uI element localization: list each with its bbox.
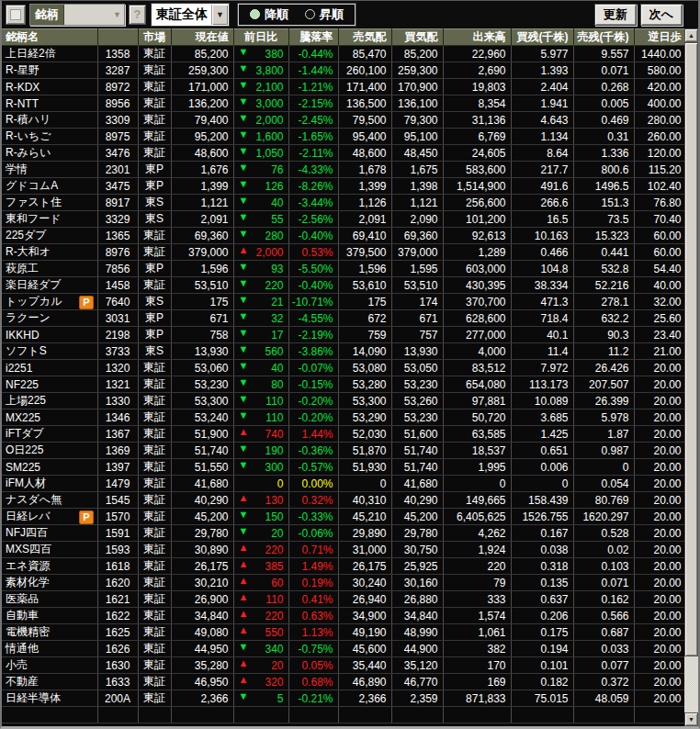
market-filter-select[interactable]: 東証全体 ▼ (152, 4, 229, 26)
table-row[interactable]: エネ資源1618東証26,175▲3851.49%26,17525,925220… (2, 558, 686, 575)
table-row[interactable]: MX2251346東証53,240▼110-0.20%53,29053,2305… (2, 409, 686, 426)
table-row[interactable]: ソフトS3733東S13,930▼560-3.86%14,09013,9304,… (2, 343, 686, 360)
table-row[interactable]: iFTダブ1367東証51,900▲7401.44%52,03051,60063… (2, 426, 686, 443)
table-row[interactable]: R-いちご8975東証95,200▼1,600-1.65%95,40095,10… (2, 129, 686, 145)
code-cell: 7640 (97, 294, 138, 310)
table-row[interactable]: R-星野3287東証259,300▼3,800-1.44%260,100259,… (2, 62, 686, 79)
vertical-scrollbar[interactable]: ▲ ▼ (684, 28, 698, 726)
table-row[interactable]: Pトップカル7640東S175▼21-10.71%175174370,70047… (2, 294, 686, 310)
price-cell: 758 (171, 327, 233, 343)
table-row[interactable]: 自動車1622東証34,840▲2200.63%34,90034,8401,57… (2, 608, 686, 624)
table-row[interactable]: グドコムA3475東P1,399▼126-8.26%1,3991,3981,51… (2, 178, 686, 195)
table-row[interactable]: 電機精密1625東証49,080▲5501.13%49,19048,9901,0… (2, 624, 686, 641)
radio-unselected-icon[interactable] (305, 9, 315, 19)
column-header[interactable]: 売残(千株) (573, 29, 634, 46)
chevron-down-icon[interactable]: ▼ (211, 5, 228, 25)
table-row[interactable]: 小売1630東証35,280▲200.05%35,44035,1201700.1… (2, 657, 686, 674)
pct-cell: -1.21% (288, 79, 338, 95)
price-cell: 53,060 (171, 360, 233, 376)
sort-ascending-option[interactable]: 昇順 (305, 6, 344, 23)
table-row[interactable]: iFM人材1479東証41,68000.00%041,680000.05420.… (2, 476, 686, 492)
table-row[interactable]: 医薬品1621東証26,900▲1100.41%26,94026,8803330… (2, 591, 686, 608)
table-row[interactable]: R-みらい3476東証48,600▼1,050-2.11%48,60048,45… (2, 145, 686, 162)
table-row[interactable]: 上場2251330東証53,300▼110-0.20%53,30053,2609… (2, 393, 686, 409)
column-header[interactable]: 現在値 (171, 29, 233, 46)
ask-cell: 45,210 (338, 509, 391, 525)
column-header[interactable]: 買残(千株) (511, 29, 573, 46)
table-row[interactable]: P日経レバ1570東証45,200▼150-0.33%45,21045,2006… (2, 509, 686, 525)
margin-buy-cell: 0.182 (511, 674, 573, 690)
next-button[interactable]: 次へ (640, 4, 683, 26)
premium-cell: 20.00 (634, 591, 686, 608)
volume-cell: 101,200 (443, 211, 511, 228)
column-header[interactable]: 市場 (138, 29, 171, 46)
table-row[interactable]: SM2251397東証51,550▼300-0.57%51,93051,7401… (2, 459, 686, 476)
chevron-down-icon[interactable]: ▼ (113, 10, 121, 19)
scrollbar-thumb[interactable] (684, 42, 698, 656)
table-row[interactable]: NFJ四百1591東証29,780▼20-0.06%29,89029,7804,… (2, 525, 686, 542)
table-row[interactable]: MXS四百1593東証30,890▲2200.71%31,00030,7501,… (2, 542, 686, 558)
toolbar-square-button[interactable] (6, 5, 26, 25)
table-row[interactable]: 楽日経ダブ1458東証53,510▼220-0.40%53,61053,5104… (2, 277, 686, 294)
table-row[interactable]: R-積ハリ3309東証79,400▼2,000-2.45%79,50079,30… (2, 112, 686, 129)
market-cell: 東証 (138, 525, 171, 542)
scroll-down-button[interactable]: ▼ (684, 712, 698, 726)
sort-descending-option[interactable]: 降順 (250, 6, 288, 23)
table-row[interactable]: ナスダへ無1545東証40,290▲1300.32%40,31040,29014… (2, 492, 686, 509)
symbol-combo[interactable]: 銘柄 ▼ (29, 4, 125, 26)
table-row[interactable]: 不動産1633東証46,950▲3200.68%46,89046,7701690… (2, 674, 686, 690)
table-row[interactable]: IKKHD2198東P758▼17-2.19%759757277,00040.1… (2, 327, 686, 343)
margin-buy-cell: 0 (511, 476, 573, 492)
change-cell: ▼21 (233, 294, 288, 310)
bid-cell: 26,880 (391, 591, 443, 608)
price-cell: 46,950 (171, 674, 233, 690)
table-row[interactable]: O日2251369東証51,740▼190-0.36%51,87051,7401… (2, 443, 686, 459)
stock-name-cell: NF225 (2, 376, 97, 393)
code-cell: 1479 (97, 476, 138, 492)
table-row[interactable]: ファスト住8917東S1,121▼40-3.44%1,1261,121256,6… (2, 195, 686, 211)
refresh-button[interactable]: 更新 (594, 4, 637, 26)
column-header[interactable]: 前日比 (233, 29, 288, 46)
radio-selected-icon[interactable] (250, 9, 260, 19)
margin-sell-cell: 0.469 (573, 112, 634, 129)
stock-name-cell: R-NTT (2, 95, 97, 112)
bid-cell: 30,750 (391, 542, 443, 558)
table-row[interactable]: 225ダブ1365東証69,360▼280-0.40%69,41069,3609… (2, 228, 686, 244)
code-cell: 1330 (97, 393, 138, 409)
table-row[interactable]: 萩原工7856東P1,596▼93-5.50%1,5961,595603,000… (2, 261, 686, 277)
market-cell: 東証 (138, 591, 171, 608)
column-header[interactable]: 銘柄名 (2, 29, 97, 46)
market-cell: 東証 (138, 376, 171, 393)
table-row[interactable]: NF2251321東証53,230▼80-0.15%53,28053,23065… (2, 376, 686, 393)
table-row[interactable]: 上日経2倍1358東証85,200▼380-0.44%85,47085,2002… (2, 46, 686, 62)
table-row[interactable]: 情通他1626東証44,950▼340-0.75%45,60044,900382… (2, 641, 686, 657)
scroll-up-button[interactable]: ▲ (684, 28, 698, 42)
help-button[interactable]: ? (129, 5, 146, 25)
ask-cell: 52,030 (338, 426, 391, 443)
table-row[interactable]: 素材化学1620東証30,210▲600.19%30,24030,160790.… (2, 575, 686, 591)
premium-cell: 60.00 (634, 228, 686, 244)
table-row[interactable]: 学情2301東P1,676▼76-4.33%1,6781,675583,6002… (2, 162, 686, 178)
table-row[interactable]: ラクーン3031東P671▼32-4.55%672671628,600718.4… (2, 310, 686, 327)
table-row[interactable]: 日経半導体200A東証2,366▼5-0.21%2,3662,359871,83… (2, 690, 686, 707)
market-cell: 東証 (138, 459, 171, 476)
margin-sell-cell: 0 (573, 459, 634, 476)
pct-cell: -0.33% (288, 509, 338, 525)
table-row[interactable]: R-大和オ8976東証379,000▲2,0000.53%379,500379,… (2, 244, 686, 261)
ask-cell: 69,410 (338, 228, 391, 244)
table-row[interactable]: 東和フード3329東S2,091▼55-2.56%2,0912,090101,2… (2, 211, 686, 228)
symbol-input[interactable]: ▼ (64, 5, 124, 25)
table-row[interactable]: i22511320東証53,060▼40-0.07%53,08053,05083… (2, 360, 686, 376)
column-header[interactable]: 逆日歩 (634, 29, 686, 46)
market-cell: 東証 (138, 608, 171, 624)
column-header[interactable]: 出来高 (443, 29, 511, 46)
premium-cell: 20.00 (634, 558, 686, 575)
column-header[interactable]: 買気配 (391, 29, 443, 46)
bid-cell: 757 (391, 327, 443, 343)
column-header[interactable] (97, 29, 138, 46)
price-cell: 49,080 (171, 624, 233, 641)
column-header[interactable]: 騰落率 (288, 29, 338, 46)
column-header[interactable]: 売気配 (338, 29, 391, 46)
table-row[interactable]: R-NTT8956東証136,200▼3,000-2.15%136,500136… (2, 95, 686, 112)
table-row[interactable]: R-KDX8972東証171,000▼2,100-1.21%171,400170… (2, 79, 686, 95)
